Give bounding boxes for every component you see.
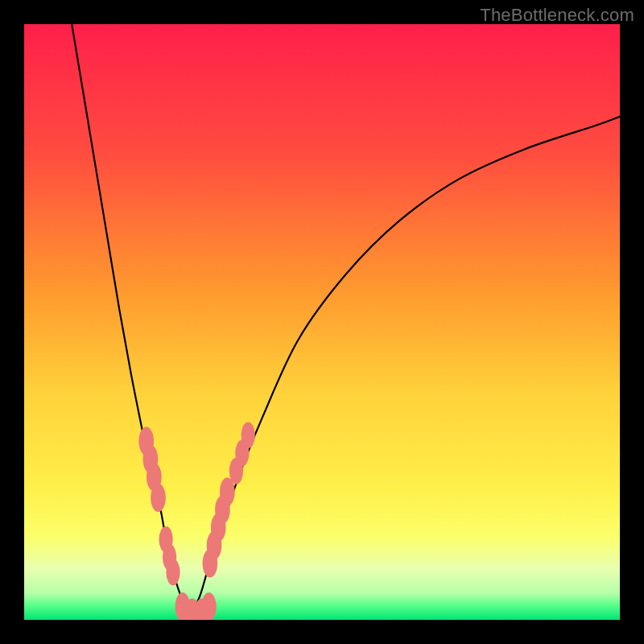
data-marker [166, 559, 180, 585]
left-curve [72, 24, 191, 614]
data-marker [201, 592, 217, 620]
data-marker [151, 484, 166, 512]
data-marker [242, 422, 255, 448]
chart-frame: TheBottleneck.com [0, 0, 644, 644]
right-curve [191, 117, 620, 614]
plot-area [24, 24, 620, 620]
curves-layer [24, 24, 620, 620]
marker-group [138, 422, 255, 620]
watermark-text: TheBottleneck.com [480, 5, 634, 26]
